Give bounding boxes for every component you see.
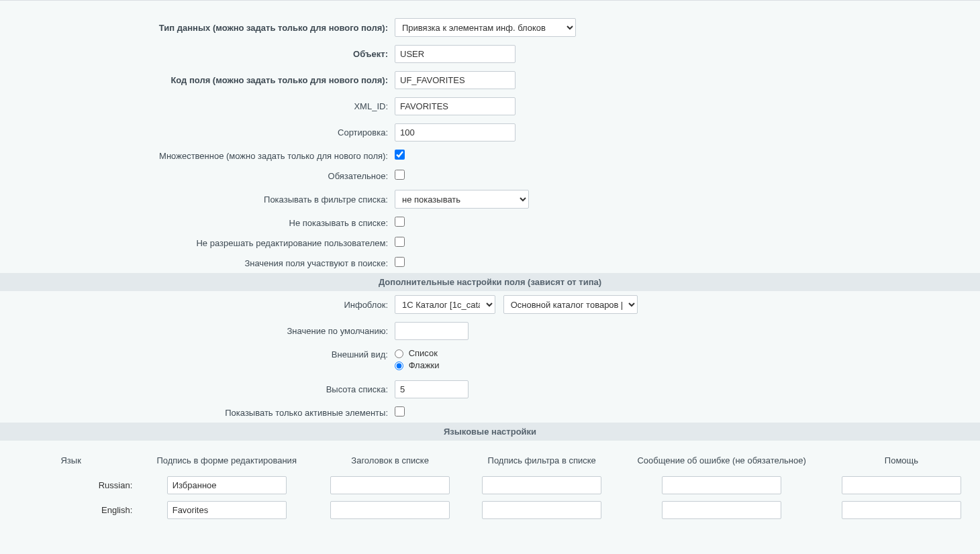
label-multiple: Множественное (можно задать только для н…: [0, 146, 392, 166]
select-data-type[interactable]: Привязка к элементам инф. блоков: [395, 18, 576, 37]
radio-appearance-checkboxes[interactable]: [395, 362, 403, 370]
input-default-value[interactable]: [395, 322, 469, 340]
lang-th-filter-label: Подпись фильтра в списке: [466, 451, 618, 469]
lang-input-help[interactable]: [842, 476, 961, 494]
input-list-height[interactable]: [395, 380, 469, 398]
lang-input-edit-label[interactable]: [167, 501, 287, 519]
section-header-lang: Языковые настройки: [0, 423, 980, 441]
select-infoblock-catalog[interactable]: Основной каталог товаров [: [503, 295, 638, 314]
lang-input-filter-label[interactable]: [482, 501, 601, 519]
input-field-code[interactable]: [395, 71, 516, 89]
lang-th-language: Язык: [3, 451, 139, 469]
main-form-table: Тип данных (можно задать только для ново…: [0, 3, 980, 530]
lang-row: English:: [3, 501, 977, 519]
checkbox-only-active[interactable]: [395, 406, 405, 417]
label-default-value: Значение по умолчанию:: [0, 318, 392, 344]
radio-row-checkboxes[interactable]: Флажки: [395, 360, 977, 370]
lang-input-error-msg[interactable]: [662, 476, 781, 494]
lang-name: Russian:: [3, 476, 139, 494]
label-show-in-filter: Показывать в фильтре списка:: [0, 186, 392, 213]
lang-name: English:: [3, 501, 139, 519]
radio-row-list[interactable]: Список: [395, 348, 977, 358]
label-in-search: Значения поля участвуют в поиске:: [0, 253, 392, 273]
lang-input-error-msg[interactable]: [662, 501, 781, 519]
lang-input-list-header[interactable]: [330, 476, 450, 494]
label-field-code: Код поля (можно задать только для нового…: [0, 67, 392, 93]
checkbox-required[interactable]: [395, 170, 405, 180]
label-appearance: Внешний вид:: [0, 344, 392, 376]
label-infoblock: Инфоблок:: [0, 291, 392, 318]
lang-th-error-msg: Сообщение об ошибке (не обязательное): [618, 451, 826, 469]
section-header-type: Дополнительные настройки поля (зависят о…: [0, 273, 980, 291]
checkbox-hide-in-list[interactable]: [395, 217, 405, 227]
label-required: Обязательное:: [0, 166, 392, 186]
lang-th-help: Помощь: [826, 451, 977, 469]
lang-row: Russian:: [3, 476, 977, 494]
select-show-in-filter[interactable]: не показывать: [395, 190, 529, 209]
label-object: Объект:: [0, 41, 392, 67]
lang-th-edit-label: Подпись в форме редактирования: [139, 451, 314, 469]
lang-input-filter-label[interactable]: [482, 476, 601, 494]
input-sort[interactable]: [395, 123, 516, 142]
label-hide-in-list: Не показывать в списке:: [0, 213, 392, 233]
lang-table: Язык Подпись в форме редактирования Заго…: [3, 445, 977, 526]
input-xml-id[interactable]: [395, 97, 516, 115]
form-container: Тип данных (можно задать только для ново…: [0, 0, 980, 530]
checkbox-multiple[interactable]: [395, 150, 405, 160]
checkbox-in-search[interactable]: [395, 257, 405, 267]
label-only-active: Показывать только активные элементы:: [0, 402, 392, 423]
label-list-height: Высота списка:: [0, 376, 392, 402]
lang-input-help[interactable]: [842, 501, 961, 519]
label-sort: Сортировка:: [0, 119, 392, 146]
input-object[interactable]: [395, 45, 516, 63]
checkbox-no-user-edit[interactable]: [395, 237, 405, 247]
select-infoblock-type[interactable]: 1С Каталог [1c_catalog]: [395, 295, 495, 314]
radio-label-checkboxes: Флажки: [409, 360, 440, 370]
lang-input-edit-label[interactable]: [167, 476, 287, 494]
label-no-user-edit: Не разрешать редактирование пользователе…: [0, 233, 392, 253]
radio-appearance-list[interactable]: [395, 349, 403, 358]
lang-input-list-header[interactable]: [330, 501, 450, 519]
label-data-type: Тип данных (можно задать только для ново…: [0, 3, 392, 41]
lang-th-list-header: Заголовок в списке: [314, 451, 466, 469]
radio-label-list: Список: [409, 348, 438, 358]
label-xml-id: XML_ID:: [0, 93, 392, 119]
